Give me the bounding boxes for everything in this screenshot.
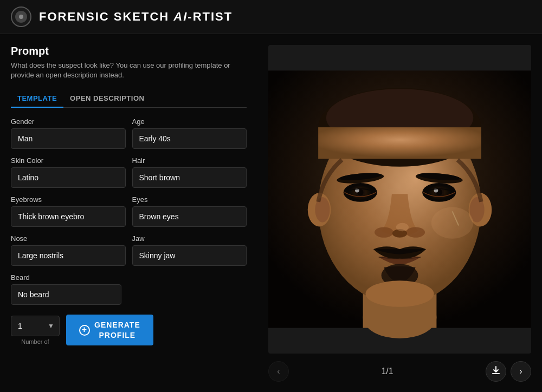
next-image-button[interactable]: › — [511, 361, 531, 382]
portrait-image — [268, 45, 531, 354]
field-group-beard: Beard — [11, 273, 247, 305]
app-header: FORENSIC SKETCH AI-RTIST — [0, 0, 542, 34]
generate-profile-button[interactable]: + GENERATEPROFILE — [66, 315, 153, 345]
app-title: FORENSIC SKETCH AI-RTIST — [39, 10, 233, 24]
field-row-nose-jaw: Nose Jaw — [11, 234, 247, 266]
image-navigation: ‹ 1/1 › — [268, 361, 531, 382]
svg-point-27 — [375, 227, 393, 237]
title-ai: AI — [173, 10, 188, 23]
eyebrows-input[interactable] — [11, 206, 126, 227]
tab-template[interactable]: TEMPLATE — [11, 90, 63, 108]
age-input[interactable] — [132, 128, 247, 149]
next-icon: › — [519, 367, 522, 376]
prompt-title: Prompt — [11, 45, 247, 57]
svg-point-30 — [396, 223, 409, 232]
beard-label: Beard — [11, 273, 247, 282]
left-panel: Prompt What does the suspect look like? … — [0, 34, 257, 392]
number-of-select[interactable]: 1 2 3 4 5 — [11, 316, 60, 336]
svg-point-34 — [365, 280, 434, 307]
gender-input[interactable] — [11, 128, 126, 149]
svg-point-28 — [406, 227, 425, 237]
hair-label: Hair — [132, 156, 247, 165]
right-panel: ‹ 1/1 › — [257, 34, 542, 392]
number-select-wrapper: 1 2 3 4 5 ▼ — [11, 316, 60, 336]
field-group-eyebrows: Eyebrows — [11, 195, 126, 227]
download-button[interactable] — [486, 361, 506, 382]
tab-open-description[interactable]: OPEN DESCRIPTION — [63, 90, 151, 108]
hair-input[interactable] — [132, 167, 247, 188]
tab-bar: TEMPLATE OPEN DESCRIPTION — [11, 90, 247, 108]
app-logo — [11, 6, 31, 27]
page-counter: 1/1 — [381, 367, 393, 376]
field-row-beard: Beard — [11, 273, 247, 305]
generate-label: GENERATEPROFILE — [94, 320, 140, 339]
eyes-input[interactable] — [132, 206, 247, 227]
nav-right-group: › — [486, 361, 531, 382]
nose-input[interactable] — [11, 245, 126, 266]
nose-label: Nose — [11, 234, 126, 243]
number-select-container: 1 2 3 4 5 ▼ Number of — [11, 316, 60, 345]
jaw-label: Jaw — [132, 234, 247, 243]
title-prefix: FORENSIC SKETCH — [39, 10, 173, 23]
gender-label: Gender — [11, 117, 126, 126]
title-suffix: -RTIST — [188, 10, 233, 23]
skin-color-input[interactable] — [11, 167, 126, 188]
field-group-jaw: Jaw — [132, 234, 247, 266]
logo-dot — [19, 15, 23, 19]
field-group-hair: Hair — [132, 156, 247, 188]
eyes-label: Eyes — [132, 195, 247, 204]
beard-input[interactable] — [11, 284, 121, 305]
portrait-container — [268, 45, 531, 354]
field-group-skin-color: Skin Color — [11, 156, 126, 188]
logo-inner — [15, 11, 27, 23]
skin-color-label: Skin Color — [11, 156, 126, 165]
bottom-controls: 1 2 3 4 5 ▼ Number of + GENERATEPROFILE — [11, 315, 247, 345]
field-group-eyes: Eyes — [132, 195, 247, 227]
svg-rect-8 — [318, 127, 481, 159]
field-group-nose: Nose — [11, 234, 126, 266]
download-icon — [491, 365, 501, 377]
number-of-label: Number of — [11, 338, 60, 345]
prev-image-button[interactable]: ‹ — [268, 361, 289, 382]
plus-icon: + — [79, 325, 90, 336]
prompt-description: What does the suspect look like? You can… — [11, 61, 247, 80]
age-label: Age — [132, 117, 247, 126]
field-row-eyebrows-eyes: Eyebrows Eyes — [11, 195, 247, 227]
prev-icon: ‹ — [277, 367, 280, 376]
field-row-gender-age: Gender Age — [11, 117, 247, 149]
jaw-input[interactable] — [132, 245, 247, 266]
eyebrows-label: Eyebrows — [11, 195, 126, 204]
field-group-gender: Gender — [11, 117, 126, 149]
field-group-age: Age — [132, 117, 247, 149]
main-layout: Prompt What does the suspect look like? … — [0, 34, 542, 392]
field-row-skin-hair: Skin Color Hair — [11, 156, 247, 188]
